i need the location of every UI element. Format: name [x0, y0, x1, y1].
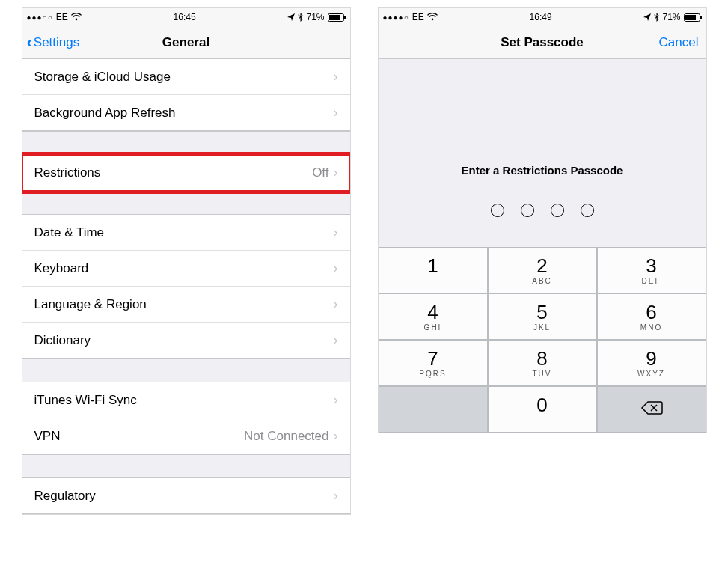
row-label: Regulatory — [34, 489, 96, 504]
nav-bar: Set Passcode Cancel — [379, 26, 706, 59]
cancel-button[interactable]: Cancel — [659, 35, 699, 50]
passcode-dots — [379, 204, 706, 217]
row-label: Keyboard — [34, 261, 89, 276]
row-date-time[interactable]: Date & Time › — [22, 215, 350, 251]
row-label: Date & Time — [34, 225, 105, 240]
row-keyboard[interactable]: Keyboard › — [22, 251, 350, 287]
key-digit: 3 — [646, 256, 656, 275]
phone-general-settings: ●●●○○ EE 16:45 71% ‹ Settings General St… — [22, 7, 351, 515]
row-label: Dictionary — [34, 333, 91, 348]
row-restrictions[interactable]: Restrictions Off › — [22, 155, 350, 191]
svg-rect-1 — [329, 15, 340, 20]
key-digit: 9 — [646, 349, 656, 368]
signal-dots-icon: ●●●●○ — [383, 13, 409, 22]
key-digit: 8 — [536, 349, 547, 368]
keypad-4[interactable]: 4GHI — [379, 293, 488, 340]
key-letters: ABC — [532, 277, 552, 285]
svg-rect-2 — [344, 16, 346, 19]
page-title: Set Passcode — [379, 35, 706, 50]
key-letters — [431, 277, 435, 285]
keypad-backspace[interactable] — [597, 386, 706, 433]
signal-dots-icon: ●●●○○ — [27, 13, 53, 22]
phone-set-passcode: ●●●●○ EE 16:49 71% Set Passcode Cancel E… — [378, 7, 707, 433]
section-gap — [22, 191, 350, 215]
row-background-app-refresh[interactable]: Background App Refresh › — [22, 95, 350, 131]
chevron-right-icon: › — [334, 105, 338, 120]
keypad-8[interactable]: 8TUV — [488, 340, 597, 386]
backspace-icon — [640, 400, 663, 418]
carrier-label: EE — [56, 12, 68, 22]
row-label: iTunes Wi-Fi Sync — [34, 393, 137, 408]
wifi-icon — [71, 13, 82, 21]
row-label: Storage & iCloud Usage — [34, 70, 171, 85]
bluetooth-icon — [654, 13, 659, 22]
passcode-dot — [551, 204, 564, 217]
keypad-0[interactable]: 0 — [488, 386, 597, 433]
key-letters: JKL — [533, 323, 551, 332]
status-bar: ●●●●○ EE 16:49 71% — [379, 8, 706, 26]
back-button[interactable]: ‹ Settings — [22, 34, 80, 51]
passcode-dot — [521, 204, 534, 217]
keypad-2[interactable]: 2ABC — [488, 247, 597, 293]
svg-rect-5 — [700, 16, 702, 19]
passcode-dot — [491, 204, 504, 217]
chevron-right-icon: › — [334, 488, 338, 504]
row-itunes-wifi-sync[interactable]: iTunes Wi-Fi Sync › — [22, 382, 350, 418]
row-value: Not Connected — [244, 429, 333, 444]
key-digit: 4 — [427, 302, 438, 322]
row-label: Language & Region — [34, 297, 147, 312]
key-letters: MNO — [640, 323, 662, 332]
svg-rect-4 — [685, 15, 696, 20]
row-vpn[interactable]: VPN Not Connected › — [22, 418, 350, 454]
status-left: ●●●○○ EE — [27, 12, 82, 22]
row-regulatory[interactable]: Regulatory › — [22, 478, 350, 514]
carrier-label: EE — [412, 12, 424, 22]
section-gap — [22, 131, 350, 155]
section-gap — [22, 358, 350, 382]
keypad-7[interactable]: 7PQRS — [379, 340, 488, 386]
row-label: Background App Refresh — [34, 106, 176, 120]
key-letters: PQRS — [419, 370, 446, 378]
key-letters: TUV — [533, 370, 552, 378]
location-icon — [287, 13, 295, 21]
row-storage-icloud[interactable]: Storage & iCloud Usage › — [22, 59, 350, 95]
keypad-6[interactable]: 6MNO — [597, 293, 706, 340]
keypad-5[interactable]: 5JKL — [488, 293, 597, 340]
key-letters: GHI — [424, 323, 442, 332]
status-time: 16:45 — [174, 12, 196, 22]
status-time: 16:49 — [530, 12, 552, 22]
status-right: 71% — [287, 12, 345, 22]
passcode-dot — [581, 204, 594, 217]
nav-bar: ‹ Settings General — [22, 26, 350, 59]
chevron-right-icon: › — [334, 225, 338, 240]
row-value: Off — [312, 165, 333, 180]
chevron-right-icon: › — [334, 296, 338, 312]
numeric-keypad: 1 2ABC 3DEF 4GHI 5JKL 6MNO 7PQRS 8TUV 9W… — [379, 247, 706, 433]
row-language-region[interactable]: Language & Region › — [22, 287, 350, 323]
row-label: Restrictions — [34, 165, 101, 180]
row-label: VPN — [34, 429, 61, 444]
key-digit: 7 — [427, 349, 438, 368]
key-digit: 0 — [536, 395, 547, 415]
keypad-blank: . — [379, 386, 488, 433]
passcode-entry-area: Enter a Restrictions Passcode — [379, 59, 706, 247]
key-digit: 5 — [536, 302, 547, 322]
key-letters: WXYZ — [637, 370, 665, 378]
battery-icon — [684, 13, 702, 22]
keypad-3[interactable]: 3DEF — [597, 247, 706, 293]
key-digit: 1 — [427, 256, 438, 275]
status-bar: ●●●○○ EE 16:45 71% — [22, 8, 350, 26]
row-dictionary[interactable]: Dictionary › — [22, 323, 350, 358]
wifi-icon — [427, 13, 438, 21]
bluetooth-icon — [298, 13, 303, 22]
keypad-1[interactable]: 1 — [379, 247, 488, 293]
keypad-9[interactable]: 9WXYZ — [597, 340, 706, 386]
chevron-right-icon: › — [334, 428, 338, 444]
chevron-right-icon: › — [334, 392, 338, 408]
key-letters: DEF — [642, 277, 661, 285]
battery-icon — [328, 13, 346, 22]
section-gap — [22, 454, 350, 478]
chevron-right-icon: › — [334, 165, 338, 180]
location-icon — [643, 13, 651, 21]
chevron-right-icon: › — [334, 332, 338, 348]
